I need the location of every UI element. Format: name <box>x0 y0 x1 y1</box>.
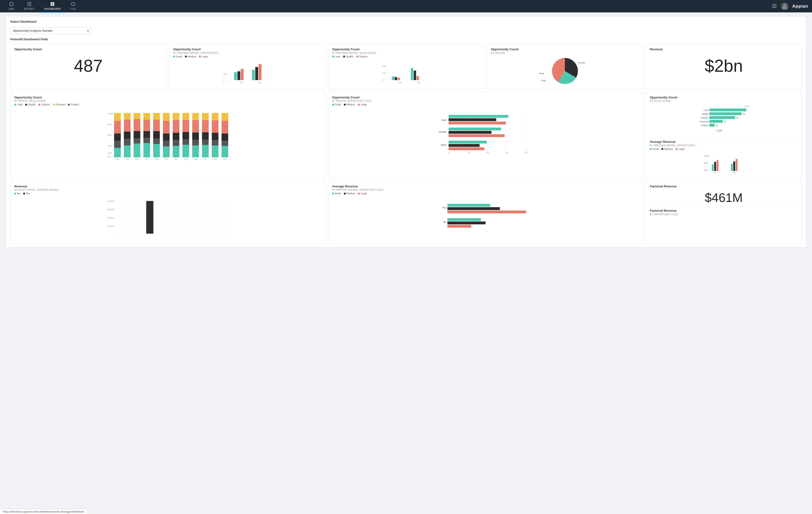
svg-text:West: West <box>441 144 446 146</box>
svg-rect-8 <box>51 4 52 6</box>
svg-rect-28 <box>241 69 243 80</box>
svg-text:East: East <box>542 79 546 82</box>
svg-rect-116 <box>222 141 228 146</box>
svg-rect-12 <box>774 4 775 5</box>
card-factored: Factored Revenue $461M Factored Revenue … <box>646 181 802 244</box>
svg-text:Sep: Sep <box>194 158 198 160</box>
svg-rect-68 <box>124 120 130 132</box>
opp-sales-stage2: Opportunity Count BY SALES STAGE 100% Le… <box>650 96 798 136</box>
svg-text:20%: 20% <box>108 152 112 154</box>
svg-rect-177 <box>717 160 719 171</box>
svg-text:Mar: Mar <box>135 158 139 160</box>
svg-text:Jun: Jun <box>165 158 168 160</box>
nav-dashboard[interactable]: DASHBOARD <box>39 0 65 13</box>
svg-rect-119 <box>222 113 228 121</box>
card-revenue-sales-stage: Revenue BY SALES STAGE, PARTNER DRIVEN N… <box>10 181 325 244</box>
svg-rect-62 <box>114 134 121 141</box>
svg-rect-112 <box>212 133 219 140</box>
svg-rect-81 <box>153 138 160 144</box>
svg-rect-162 <box>709 116 735 119</box>
chart-sales-stage: 200 100 0 No Yes <box>332 60 480 84</box>
svg-text:Yes: Yes <box>732 171 736 174</box>
svg-text:40%: 40% <box>108 145 112 147</box>
svg-rect-63 <box>114 121 121 134</box>
svg-rect-165 <box>709 120 723 123</box>
svg-text:─: ─ <box>577 67 579 70</box>
svg-rect-181 <box>736 159 738 171</box>
svg-rect-103 <box>192 120 199 133</box>
svg-rect-73 <box>134 119 140 131</box>
card-avg-revenue-partner: Average Revenue BY PARTNER DRIVEN, OPPOR… <box>328 181 643 244</box>
card-opp-region: Opportunity Count BY REGION <box>487 44 643 89</box>
dashboard-icon <box>50 2 55 6</box>
svg-text:5.2%: 5.2% <box>717 130 722 132</box>
svg-text:$1.0bn: $1.0bn <box>108 200 114 202</box>
svg-text:$0.8bn: $0.8bn <box>108 208 114 211</box>
svg-rect-147 <box>448 121 505 125</box>
svg-text:Central: Central <box>438 131 446 133</box>
svg-rect-42 <box>414 71 416 80</box>
main-content: Select Dashboard Opportunity Analysis Sa… <box>0 12 812 514</box>
svg-text:May: May <box>155 158 159 160</box>
svg-rect-148 <box>448 128 501 130</box>
svg-rect-83 <box>153 120 160 131</box>
svg-text:Oct: Oct <box>204 158 207 160</box>
legend-month: Lead Qualify Solution Proposal Finalize <box>14 103 321 106</box>
svg-text:East: East <box>441 119 446 121</box>
svg-rect-97 <box>182 132 189 139</box>
svg-text:Proposal: Proposal <box>700 120 708 123</box>
svg-text:100: 100 <box>223 73 227 75</box>
svg-rect-14 <box>773 5 774 6</box>
svg-rect-146 <box>448 118 496 121</box>
svg-text:Finalize: Finalize <box>701 124 708 127</box>
svg-rect-199 <box>447 221 485 224</box>
svg-rect-64 <box>114 113 121 121</box>
svg-text:14: 14 <box>716 124 718 127</box>
svg-rect-99 <box>182 113 189 120</box>
svg-rect-77 <box>143 131 150 138</box>
dashboard-select[interactable]: Opportunity Analysis Sample <box>10 27 91 34</box>
svg-rect-115 <box>222 146 228 157</box>
svg-text:?: ? <box>11 3 12 5</box>
card-opp-month: Opportunity Count BY MONTH, SALES STAGE … <box>10 92 325 178</box>
powerbi-label: PowerBI Dashboard Field <box>10 37 802 41</box>
svg-rect-70 <box>134 143 140 157</box>
nav-report[interactable]: REPORT <box>19 0 39 13</box>
svg-rect-104 <box>192 113 199 120</box>
chart-region-pie: Central ─ West East <box>491 56 639 86</box>
svg-text:40: 40 <box>487 151 489 154</box>
legend-sales-stage: Lead Qualify Solution <box>332 55 480 58</box>
svg-text:37: 37 <box>724 120 726 123</box>
svg-rect-7 <box>53 2 54 4</box>
svg-rect-114 <box>212 113 219 120</box>
apps-icon[interactable] <box>772 3 777 9</box>
qna-icon: ? <box>9 2 14 6</box>
svg-text:No: No <box>713 171 716 174</box>
svg-marker-10 <box>71 2 75 6</box>
svg-rect-80 <box>153 144 160 157</box>
nav-qna[interactable]: ? QNA <box>4 0 19 13</box>
svg-text:0: 0 <box>223 79 225 82</box>
dashboard-selector-panel: Select Dashboard Opportunity Analysis Sa… <box>6 16 806 247</box>
svg-rect-16 <box>776 5 777 6</box>
avatar[interactable] <box>781 2 788 10</box>
svg-rect-159 <box>709 112 742 115</box>
svg-rect-43 <box>416 76 419 80</box>
svg-rect-180 <box>733 161 735 171</box>
nav-tile[interactable]: TILE <box>65 0 81 13</box>
svg-rect-71 <box>134 138 140 143</box>
top-nav: ? QNA REPORT DASHBOARD TILE Appian <box>0 0 812 12</box>
svg-rect-109 <box>202 113 209 120</box>
svg-rect-41 <box>411 68 413 80</box>
svg-rect-179 <box>731 164 733 171</box>
svg-rect-6 <box>51 2 52 4</box>
svg-rect-151 <box>448 141 487 143</box>
svg-text:$0.6bn: $0.6bn <box>108 217 114 219</box>
svg-text:Solution: Solution <box>701 116 708 119</box>
svg-text:Yes: Yes <box>442 207 446 209</box>
svg-rect-82 <box>153 131 160 138</box>
svg-text:$0.4bn: $0.4bn <box>108 225 114 227</box>
svg-text:No: No <box>443 221 446 223</box>
svg-rect-60 <box>114 148 121 157</box>
svg-rect-75 <box>143 143 150 157</box>
